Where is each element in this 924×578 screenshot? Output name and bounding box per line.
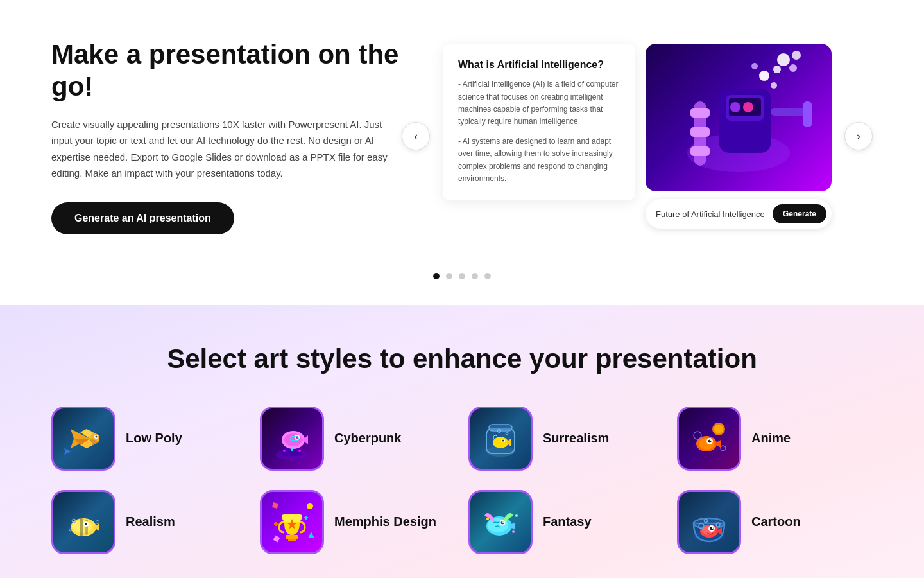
fantasy-icon [475,496,526,548]
svg-rect-76 [286,535,298,539]
slide-heading: What is Artificial Intelligence? [458,59,620,71]
svg-point-100 [712,527,713,529]
svg-point-38 [291,448,293,451]
art-thumb-anime [677,407,741,471]
art-style-item-memphis-design[interactable]: Memphis Design [260,490,456,554]
svg-rect-3 [690,127,710,137]
svg-point-13 [751,63,758,69]
slide-input-value[interactable]: Future of Artificial Intelligence [656,209,767,219]
art-style-item-surrealism[interactable]: Surrealism [468,407,664,471]
cyberpunk-icon [266,413,318,464]
art-styles-grid: Low Poly [51,407,873,554]
slide-image-card: Future of Artificial Intelligence Genera… [646,44,832,229]
carousel-dot-3[interactable] [459,273,465,279]
svg-point-10 [759,71,769,81]
svg-point-17 [792,51,801,60]
art-label-anime: Anime [751,431,791,446]
carousel-dot-1[interactable] [433,273,440,279]
svg-point-48 [502,439,504,441]
svg-point-18 [789,64,797,72]
art-thumb-cyberpunk [260,407,324,471]
svg-point-61 [721,446,726,451]
hero-right: ‹ What is Artificial Intelligence? - Art… [402,44,873,229]
svg-point-60 [694,432,701,439]
svg-point-88 [502,521,504,523]
chevron-right-icon: › [857,130,860,143]
slide-text-card: What is Artificial Intelligence? - Artif… [443,44,635,200]
svg-point-59 [710,440,712,441]
art-thumb-cartoon [677,490,741,554]
svg-point-87 [501,521,504,524]
hero-description: Create visually appealing presentations … [51,116,402,182]
slide-body2: - AI systems are designed to learn and a… [458,136,620,185]
svg-point-37 [283,450,286,452]
art-style-item-low-poly[interactable]: Low Poly [51,407,247,471]
art-thumb-fantasy [468,490,533,554]
slide-image [646,44,832,191]
svg-point-11 [773,66,781,73]
svg-point-90 [512,530,515,533]
slide-generate-button[interactable]: Generate [773,204,826,223]
svg-rect-75 [273,535,280,542]
svg-rect-72 [272,502,278,509]
carousel-prev-button[interactable]: ‹ [402,122,430,150]
art-label-surrealism: Surrealism [543,431,609,446]
svg-rect-64 [80,518,83,536]
svg-rect-15 [803,101,812,127]
memphis-icon [266,496,318,548]
art-thumb-low-poly [51,407,116,471]
art-label-cartoon: Cartoon [751,514,801,529]
low-poly-icon [58,413,109,464]
art-styles-title: Select art styles to enhance your presen… [51,344,873,374]
cartoon-icon [683,496,735,548]
svg-point-12 [771,82,777,89]
carousel-dot-5[interactable] [484,273,491,279]
svg-rect-2 [690,108,710,118]
art-style-item-realism[interactable]: Realism [51,490,247,554]
svg-point-32 [284,434,302,446]
art-thumb-surrealism [468,407,533,471]
art-style-item-anime[interactable]: Anime [677,407,873,471]
carousel-next-button[interactable]: › [844,122,873,150]
generate-presentation-button[interactable]: Generate an AI presentation [51,202,234,234]
svg-rect-77 [288,539,296,541]
svg-point-91 [515,514,518,517]
svg-point-68 [85,523,87,525]
surrealism-icon [475,413,526,464]
svg-point-8 [730,102,740,112]
art-label-cyberpunk: Cyberpunk [334,431,401,446]
svg-point-16 [777,53,790,66]
chevron-left-icon: ‹ [414,130,418,143]
art-label-memphis-design: Memphis Design [334,514,436,529]
art-style-item-cyberpunk[interactable]: Cyberpunk [260,407,456,471]
hero-section: Make a presentation on the go! Create vi… [0,0,924,260]
art-label-realism: Realism [126,514,175,529]
art-style-item-fantasy[interactable]: Fantasy [468,490,664,554]
svg-point-71 [96,520,99,523]
svg-point-73 [307,503,313,509]
carousel-dot-4[interactable] [472,273,478,279]
carousel-dots [0,260,924,305]
art-label-low-poly: Low Poly [126,431,182,446]
slide-input-row: Future of Artificial Intelligence Genera… [646,199,832,229]
art-thumb-realism [51,490,116,554]
slide-body1: - Artificial Intelligence (AI) is a fiel… [458,78,620,128]
carousel-dot-2[interactable] [446,273,452,279]
anime-icon [683,413,735,464]
svg-marker-74 [308,532,314,538]
svg-point-26 [96,435,98,437]
svg-point-39 [298,450,301,452]
svg-rect-4 [690,146,710,156]
art-thumb-memphis [260,490,324,554]
art-label-fantasy: Fantasy [543,514,592,529]
art-styles-section: Select art styles to enhance your presen… [0,305,924,578]
realism-icon [58,496,109,548]
hero-left: Make a presentation on the go! Create vi… [51,39,402,234]
art-style-item-cartoon[interactable]: Cartoon [677,490,873,554]
hero-title: Make a presentation on the go! [51,39,402,103]
slide-container: What is Artificial Intelligence? - Artif… [443,44,832,229]
ai-robot-illustration [655,50,822,185]
svg-point-53 [714,425,723,434]
svg-point-9 [743,102,753,112]
svg-point-89 [486,518,489,520]
